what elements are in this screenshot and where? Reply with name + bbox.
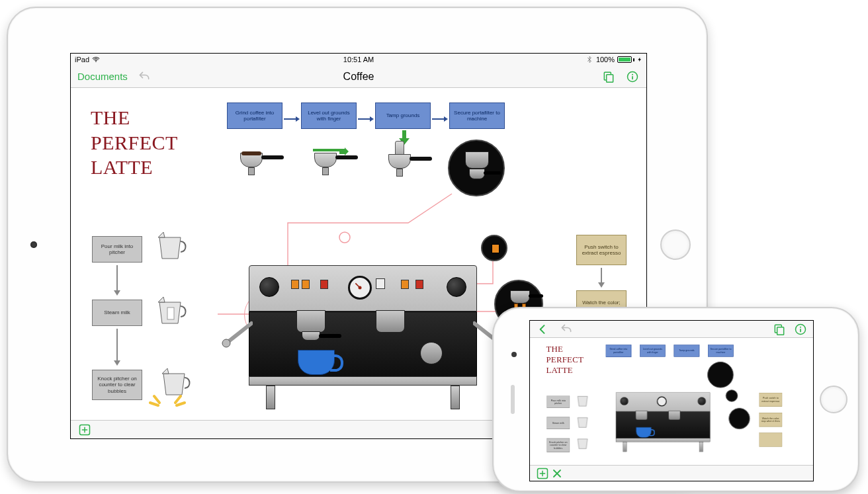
steam-wand-left bbox=[220, 321, 253, 351]
svg-marker-17 bbox=[114, 360, 120, 366]
espresso-machine-illustration bbox=[249, 265, 477, 407]
pitcher-mini-3 bbox=[576, 435, 591, 450]
svg-marker-7 bbox=[370, 116, 374, 122]
svg-rect-9 bbox=[402, 130, 406, 138]
iphone-home-button[interactable] bbox=[820, 386, 847, 413]
callout-mini bbox=[707, 362, 734, 388]
info-icon[interactable] bbox=[793, 322, 808, 337]
svg-marker-14 bbox=[114, 290, 120, 296]
iphone-screen: THEPERFECTLATTE Grind coffee into portaf… bbox=[529, 320, 814, 481]
info-icon[interactable] bbox=[625, 69, 640, 84]
status-time: 10:51 AM bbox=[343, 56, 374, 63]
iphone-device: THEPERFECTLATTE Grind coffee into portaf… bbox=[492, 307, 859, 492]
right-step-3-mini bbox=[759, 433, 782, 447]
stencils-icon[interactable] bbox=[601, 69, 616, 84]
title-line-1: THE bbox=[91, 105, 178, 130]
flow-arrow-2 bbox=[358, 113, 374, 120]
callout-extract-mini bbox=[728, 408, 750, 429]
title-line-3: LATTE bbox=[91, 155, 178, 180]
iphone-speaker bbox=[511, 385, 515, 414]
flow-step-1-mini: Grind coffee into portafilter bbox=[606, 345, 632, 356]
charging-icon bbox=[637, 56, 642, 63]
pitcher-mini-1 bbox=[576, 393, 591, 408]
battery-percent: 100% bbox=[596, 56, 615, 63]
espresso-machine-mini bbox=[616, 392, 711, 451]
svg-point-4 bbox=[632, 73, 633, 75]
wifi-icon bbox=[92, 56, 100, 63]
svg-point-22 bbox=[222, 339, 230, 347]
svg-marker-11 bbox=[339, 147, 349, 155]
svg-point-12 bbox=[339, 232, 350, 243]
v-arrow-1 bbox=[113, 265, 121, 296]
flow-arrow-3 bbox=[432, 113, 448, 120]
stencils-icon[interactable] bbox=[772, 322, 787, 337]
back-button[interactable]: Documents bbox=[77, 71, 128, 82]
undo-icon[interactable] bbox=[559, 322, 574, 337]
left-step-3-mini: Knock pitcher on counter to clear bubble… bbox=[546, 438, 570, 452]
diagram-title: THE PERFECT LATTE bbox=[91, 105, 178, 180]
carrier-label: iPad bbox=[75, 56, 89, 63]
svg-rect-15 bbox=[167, 308, 174, 319]
iphone-canvas[interactable]: THEPERFECTLATTE Grind coffee into portaf… bbox=[530, 338, 813, 465]
cup-illustration bbox=[298, 350, 335, 375]
svg-rect-5 bbox=[632, 76, 633, 79]
ipad-home-button[interactable] bbox=[660, 229, 691, 260]
svg-rect-31 bbox=[800, 329, 801, 332]
page-title: Coffee bbox=[343, 71, 374, 83]
impact-spark-icon bbox=[148, 393, 187, 411]
svg-rect-28 bbox=[777, 327, 784, 335]
svg-line-21 bbox=[355, 283, 360, 288]
svg-marker-8 bbox=[444, 116, 448, 122]
portafilter-tamp-illustration bbox=[376, 142, 429, 182]
pitcher-mini-2 bbox=[576, 414, 591, 429]
nav-bar: Documents Coffee bbox=[71, 65, 646, 88]
left-step-3[interactable]: Knock pitcher on counter to clear bubble… bbox=[92, 370, 142, 400]
title-line-2: PERFECT bbox=[91, 130, 178, 155]
gauge-icon bbox=[348, 276, 372, 300]
flow-step-2-mini: Level out grounds with finger bbox=[640, 345, 666, 356]
bluetooth-icon bbox=[586, 56, 593, 63]
left-step-2-mini: Steam milk bbox=[546, 417, 570, 429]
right-step-1-mini: Push switch to extract espresso bbox=[759, 393, 782, 407]
iphone-bottom-toolbar bbox=[530, 465, 813, 481]
portafilter-grind-illustration bbox=[228, 146, 281, 186]
flow-step-3-mini: Tamp grounds bbox=[674, 345, 700, 356]
portafilter-level-illustration bbox=[302, 146, 355, 186]
flow-step-4[interactable]: Secure portafilter to machine bbox=[449, 103, 505, 129]
pitcher-empty-illustration bbox=[155, 229, 189, 263]
callout-switch bbox=[481, 235, 507, 261]
flow-arrow-1 bbox=[284, 113, 300, 120]
back-chevron-icon[interactable] bbox=[535, 322, 550, 337]
right-step-2-mini: Watch the color; stop when it thins bbox=[759, 413, 782, 427]
v-arrow-2 bbox=[113, 329, 121, 366]
iphone-nav-bar bbox=[530, 321, 813, 338]
svg-point-30 bbox=[800, 326, 801, 327]
diagram-title-mini: THEPERFECTLATTE bbox=[546, 343, 584, 375]
left-step-1-mini: Pour milk into pitcher bbox=[546, 395, 570, 407]
flow-step-4-mini: Secure portafilter to machine bbox=[708, 345, 734, 356]
close-icon[interactable] bbox=[550, 466, 564, 481]
flow-step-2[interactable]: Level out grounds with finger bbox=[301, 103, 357, 129]
v-arrow-r1 bbox=[597, 268, 605, 288]
add-shape-icon[interactable] bbox=[77, 423, 92, 437]
svg-rect-2 bbox=[607, 74, 613, 82]
callout-grouphead bbox=[448, 140, 505, 196]
undo-icon[interactable] bbox=[137, 69, 152, 84]
svg-marker-6 bbox=[296, 116, 300, 122]
iphone-camera bbox=[511, 352, 517, 357]
flow-step-3[interactable]: Tamp grounds bbox=[375, 103, 431, 129]
right-step-1[interactable]: Push switch to extract espresso bbox=[576, 235, 627, 265]
left-step-1[interactable]: Pour milk into pitcher bbox=[92, 236, 142, 263]
flow-step-1[interactable]: Grind coffee into portafilter bbox=[227, 103, 282, 129]
callout-switch-mini bbox=[726, 390, 738, 401]
pitcher-steam-illustration bbox=[155, 294, 189, 327]
svg-point-0 bbox=[95, 61, 97, 62]
battery-icon bbox=[617, 56, 634, 63]
ipad-camera bbox=[30, 241, 37, 248]
left-step-2[interactable]: Steam milk bbox=[92, 300, 142, 326]
add-shape-icon[interactable] bbox=[535, 466, 550, 481]
svg-marker-19 bbox=[598, 282, 605, 288]
status-bar: iPad 10:51 AM 100% bbox=[71, 54, 646, 65]
